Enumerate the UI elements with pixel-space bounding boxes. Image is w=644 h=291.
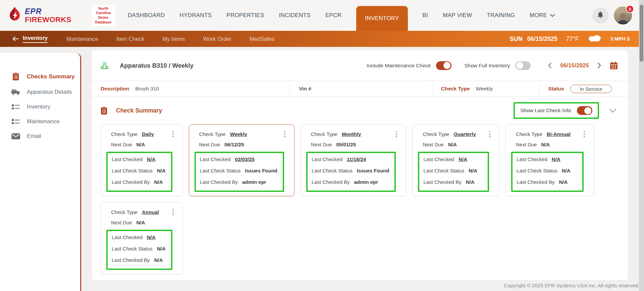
last-checked-label: Last Checked: [423, 156, 454, 162]
check-card-weekly[interactable]: Check TypeWeeklyNext Due06/12/25Last Che…: [189, 124, 294, 196]
next-due-value: 06/12/25: [224, 142, 244, 147]
last-check-highlight-box: Last CheckedN/ALast Check StatusN/ALast …: [511, 152, 584, 192]
nav-item-incidents[interactable]: INCIDENTS: [279, 12, 311, 19]
last-check-status-label: Last Check Status: [112, 246, 153, 251]
last-check-status-label: Last Check Status: [200, 168, 241, 173]
top-bar: EPR FIREWORKS North Carolina Demo Databa…: [0, 0, 644, 31]
next-due-label: Next Due: [423, 142, 444, 147]
show-full-inventory-label: Show Full Inventory: [464, 63, 510, 69]
main-column: Apparatus B310 / Weekly Include Maintena…: [81, 47, 644, 291]
last-checked-value: 02/03/25: [235, 156, 254, 162]
subnav-items: MaintenanceItem CheckMy ItemsWork OrderM…: [66, 36, 274, 42]
last-checked-by-label: Last Checked By: [112, 257, 150, 263]
kebab-menu-icon[interactable]: [575, 131, 585, 137]
temperature-label: 77°F: [566, 35, 579, 43]
calendar-icon[interactable]: [610, 62, 618, 70]
last-checked-by-value: N/A: [559, 179, 568, 185]
subnav-item-item-check[interactable]: Item Check: [116, 36, 144, 42]
collapse-section-button[interactable]: [608, 107, 618, 114]
check-card-annual[interactable]: Check TypeAnnualNext DueN/ALast CheckedN…: [101, 202, 183, 274]
include-maintenance-label: Include Maintenance Check: [367, 63, 431, 69]
status-badge[interactable]: In Service: [570, 85, 612, 93]
last-checked-value: N/A: [459, 156, 467, 162]
brand-text: EPR FIREWORKS: [25, 8, 71, 23]
check-type-label: Check Type: [441, 86, 470, 92]
selected-date[interactable]: 06/15/2025: [560, 62, 589, 69]
nav-item-map-view[interactable]: MAP VIEW: [443, 12, 472, 19]
kebab-menu-icon[interactable]: [275, 131, 285, 137]
last-check-highlight-box: Last CheckedN/ALast Check StatusN/ALast …: [106, 152, 172, 192]
nav-item-label: INCIDENTS: [279, 12, 311, 19]
nav-item-epcr[interactable]: EPCR: [325, 12, 341, 19]
check-type-value[interactable]: Monthly: [342, 131, 361, 137]
check-type-value[interactable]: Bi-Annual: [547, 131, 571, 137]
nav-item-hydrants[interactable]: HYDRANTS: [179, 12, 212, 19]
check-type-value[interactable]: Annual: [142, 209, 159, 215]
last-checked-by-label: Last Checked By: [200, 179, 238, 185]
nav-item-dashboard[interactable]: DASHBOARD: [128, 12, 165, 19]
last-check-highlight-box: Last Checked11/18/24Last Check StatusIss…: [306, 152, 396, 192]
content-area: Checks SummaryApparatus DetailsInventory…: [0, 47, 644, 291]
clipboard-icon: [101, 106, 107, 115]
flame-icon: [8, 7, 21, 24]
check-card-bi-annual[interactable]: Check TypeBi-AnnualNext DueN/ALast Check…: [505, 124, 594, 196]
kebab-menu-icon[interactable]: [164, 209, 174, 215]
sidebar-item-inventory[interactable]: Inventory: [0, 99, 80, 114]
sidebar-item-checks-summary[interactable]: Checks Summary: [0, 68, 80, 85]
nav-item-inventory[interactable]: INVENTORY: [356, 6, 408, 31]
check-type-value[interactable]: Quarterly: [453, 131, 476, 137]
last-check-status-value: N/A: [469, 168, 477, 173]
sidebar-item-maintenance[interactable]: Maintenance: [0, 114, 80, 129]
subnav-item-my-items[interactable]: My Items: [162, 36, 185, 42]
subnav-item-medsafes[interactable]: MedSafes: [250, 36, 274, 42]
nav-item-label: INVENTORY: [365, 15, 399, 22]
check-type-value[interactable]: Daily: [142, 131, 154, 137]
kebab-menu-icon[interactable]: [480, 131, 490, 137]
notifications-button[interactable]: [592, 7, 608, 23]
check-cards-grid: Check TypeDailyNext DueN/ALast CheckedN/…: [92, 122, 628, 280]
include-maintenance-toggle[interactable]: [436, 61, 451, 70]
subnav-item-work-order[interactable]: Work Order: [203, 36, 231, 42]
nav-item-label: MAP VIEW: [443, 12, 472, 19]
subnav-item-inventory[interactable]: Inventory: [23, 35, 48, 43]
status-label: Status: [548, 86, 564, 92]
page-title: Apparatus B310 / Weekly: [120, 62, 194, 69]
apparatus-header: Apparatus B310 / Weekly Include Maintena…: [92, 50, 628, 81]
previous-day-button[interactable]: [547, 61, 553, 70]
last-checked-by-label: Last Checked By: [312, 179, 350, 185]
last-checked-value: N/A: [147, 234, 156, 240]
back-arrow-icon[interactable]: [12, 36, 19, 42]
scrollbar-thumb[interactable]: [640, 5, 643, 62]
next-due-value: N/A: [137, 220, 145, 225]
nav-item-label: EPCR: [325, 12, 341, 19]
check-card-monthly[interactable]: Check TypeMonthlyNext Due05/01/25Last Ch…: [301, 124, 406, 196]
sidebar-item-apparatus-details[interactable]: Apparatus Details: [0, 85, 80, 99]
nav-item-bi[interactable]: BI: [423, 12, 428, 19]
kebab-menu-icon[interactable]: [164, 131, 174, 137]
sidebar-item-email[interactable]: Email: [0, 129, 80, 144]
nav-item-training[interactable]: TRAINING: [487, 12, 515, 19]
check-type-label: Check Type: [516, 131, 542, 137]
cloud-icon: [588, 34, 602, 44]
engine-belt-icon: [100, 61, 109, 70]
vin-label: Vin #: [299, 86, 311, 92]
show-last-check-toggle[interactable]: [577, 106, 592, 115]
sidebar-item-label: Email: [27, 133, 41, 140]
show-full-inventory-toggle[interactable]: [515, 61, 531, 70]
nav-item-properties[interactable]: PROPERTIES: [226, 12, 264, 19]
check-type-value[interactable]: Weekly: [230, 131, 247, 137]
last-check-status-label: Last Check Status: [112, 168, 153, 173]
check-card-quarterly[interactable]: Check TypeQuarterlyNext DueN/ALast Check…: [412, 124, 499, 196]
copyright-text: Copyright © 2025 EPR Systems USA Inc. Al…: [92, 280, 639, 288]
next-day-button[interactable]: [596, 61, 602, 70]
check-type-label: Check Type: [423, 131, 449, 137]
kebab-menu-icon[interactable]: [387, 131, 397, 137]
check-card-daily[interactable]: Check TypeDailyNext DueN/ALast CheckedN/…: [101, 124, 183, 196]
brand-epr: EPR: [25, 8, 71, 15]
vertical-scrollbar[interactable]: [639, 0, 644, 291]
subnav-item-maintenance[interactable]: Maintenance: [66, 36, 98, 42]
epr-fireworks-logo[interactable]: EPR FIREWORKS: [8, 7, 71, 24]
check-type-label: Check Type: [311, 131, 337, 137]
nav-item-more[interactable]: MORE: [530, 12, 555, 19]
user-menu[interactable]: 0: [614, 6, 632, 24]
